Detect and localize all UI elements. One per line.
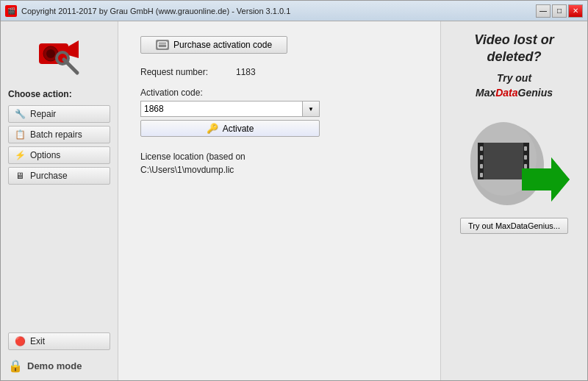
svg-rect-13 <box>480 146 483 151</box>
repair-label: Repair <box>30 109 56 119</box>
purchase-header: Purchase activation code <box>140 36 418 54</box>
maximize-button[interactable]: □ <box>552 4 567 18</box>
logo-area <box>8 32 110 79</box>
window-title: Copyright 2011-2017 by Grau GmbH (www.gr… <box>21 7 290 15</box>
minimize-button[interactable]: — <box>536 4 551 18</box>
close-button[interactable]: ✕ <box>568 4 583 18</box>
request-number-value: 1183 <box>236 67 256 77</box>
batch-icon: 📋 <box>13 129 26 140</box>
license-location-label: License location (based on <box>140 150 418 163</box>
main-panel: Purchase activation code Request number:… <box>118 21 440 380</box>
brand-max: Max <box>476 87 495 99</box>
brand-data: Data <box>495 87 517 99</box>
purchase-activation-button[interactable]: Purchase activation code <box>140 36 287 54</box>
app-logo <box>36 32 83 79</box>
license-path: C:\Users\1\movdump.lic <box>140 163 418 177</box>
activation-section: Activation code: ▼ 🔑 Activate <box>140 88 418 137</box>
svg-rect-18 <box>524 155 527 160</box>
exit-button[interactable]: 🔴 Exit <box>8 332 110 350</box>
svg-rect-19 <box>524 164 527 168</box>
try-btn-label: Try out MaxDataGenius... <box>468 221 560 230</box>
demo-mode-label: Demo mode <box>27 360 82 371</box>
activation-input-row: ▼ <box>140 101 418 117</box>
exit-icon: 🔴 <box>13 335 26 347</box>
promo-illustration <box>456 106 573 209</box>
main-window: 🎬 Copyright 2011-2017 by Grau GmbH (www.… <box>0 0 588 381</box>
try-maxdata-button[interactable]: Try out MaxDataGenius... <box>460 218 568 234</box>
svg-rect-15 <box>480 164 483 168</box>
lock-icon: 🔒 <box>8 359 23 373</box>
sidebar: Choose action: 🔧 Repair 📋 Batch repairs … <box>1 21 118 380</box>
app-icon: 🎬 <box>5 5 17 17</box>
repair-button[interactable]: 🔧 Repair <box>8 105 110 123</box>
request-number-row: Request number: 1183 <box>140 67 418 77</box>
purchase-icon: 🖥 <box>13 170 26 182</box>
svg-point-3 <box>46 49 55 58</box>
activate-label: Activate <box>223 124 254 134</box>
batch-label: Batch repairs <box>30 129 82 140</box>
brand-genius: Genius <box>518 87 553 99</box>
promo-image <box>456 106 573 209</box>
purchase-activation-label: Purchase activation code <box>173 40 272 50</box>
svg-rect-6 <box>158 42 167 48</box>
promo-title-line1: Video lost or deleted? <box>474 32 553 66</box>
purchase-top-icon <box>156 40 169 50</box>
promo-try-out: Try out <box>497 72 531 84</box>
promo-panel: Video lost or deleted? Try out MaxDataGe… <box>440 21 587 380</box>
purchase-label: Purchase <box>30 171 68 181</box>
repair-icon: 🔧 <box>13 108 26 120</box>
svg-rect-17 <box>524 146 527 151</box>
activation-dropdown-button[interactable]: ▼ <box>302 101 320 117</box>
activate-row: 🔑 Activate <box>140 120 418 137</box>
title-bar-left: 🎬 Copyright 2011-2017 by Grau GmbH (www.… <box>5 5 290 17</box>
promo-brand: MaxDataGenius <box>476 87 553 99</box>
options-icon: ⚡ <box>13 149 26 161</box>
svg-marker-1 <box>68 40 79 58</box>
request-number-label: Request number: <box>140 67 229 77</box>
title-buttons: — □ ✕ <box>536 4 583 18</box>
key-icon: 🔑 <box>207 123 218 134</box>
activation-code-input[interactable] <box>140 101 302 117</box>
exit-label: Exit <box>30 336 45 346</box>
batch-repairs-button[interactable]: 📋 Batch repairs <box>8 126 110 143</box>
demo-mode-indicator: 🔒 Demo mode <box>8 359 110 373</box>
purchase-button[interactable]: 🖥 Purchase <box>8 167 110 185</box>
content-area: Choose action: 🔧 Repair 📋 Batch repairs … <box>1 21 587 380</box>
title-bar: 🎬 Copyright 2011-2017 by Grau GmbH (www.… <box>1 1 587 21</box>
options-button[interactable]: ⚡ Options <box>8 146 110 164</box>
svg-rect-10 <box>478 143 529 179</box>
license-section: License location (based on C:\Users\1\mo… <box>140 150 418 177</box>
activation-code-label: Activation code: <box>140 88 418 98</box>
options-label: Options <box>30 150 60 160</box>
svg-rect-14 <box>480 155 483 160</box>
svg-rect-16 <box>480 173 483 177</box>
choose-action-label: Choose action: <box>8 89 110 99</box>
activate-button[interactable]: 🔑 Activate <box>140 120 320 137</box>
